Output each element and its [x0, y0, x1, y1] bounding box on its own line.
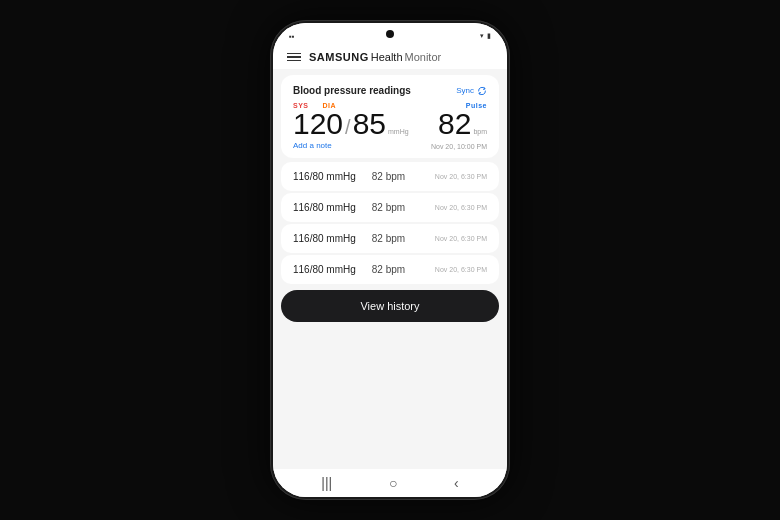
hist-time-2: Nov 20, 6:30 PM	[435, 235, 487, 242]
hist-pulse-0: 82 bpm	[372, 171, 405, 182]
brand-health: Health	[371, 51, 403, 63]
sync-button[interactable]: Sync	[456, 86, 487, 96]
hist-pulse-3: 82 bpm	[372, 264, 405, 275]
hist-time-0: Nov 20, 6:30 PM	[435, 173, 487, 180]
main-content: Blood pressure readings Sync	[273, 69, 507, 469]
history-left-1: 116/80 mmHg 82 bpm	[293, 202, 405, 213]
battery-icon: ▮	[487, 32, 491, 40]
camera-notch	[386, 30, 394, 38]
pulse-row: 82 bpm	[438, 109, 487, 139]
hist-bp-1: 116/80 mmHg	[293, 202, 356, 213]
history-item: 116/80 mmHg 82 bpm Nov 20, 6:30 PM	[281, 255, 499, 284]
nav-home-icon[interactable]: ○	[389, 475, 397, 491]
readings-header: Blood pressure readings Sync	[293, 85, 487, 96]
note-row: Add a note Nov 20, 10:00 PM	[293, 141, 487, 150]
history-item: 116/80 mmHg 82 bpm Nov 20, 6:30 PM	[281, 224, 499, 253]
sync-label: Sync	[456, 86, 474, 95]
nav-bar: ||| ○ ‹	[273, 469, 507, 497]
readings-card: Blood pressure readings Sync	[281, 75, 499, 158]
hamburger-menu[interactable]	[287, 53, 301, 62]
bp-slash: /	[345, 116, 351, 139]
sync-icon	[477, 86, 487, 96]
view-history-button[interactable]: View history	[281, 290, 499, 322]
hist-bp-3: 116/80 mmHg	[293, 264, 356, 275]
history-item: 116/80 mmHg 82 bpm Nov 20, 6:30 PM	[281, 193, 499, 222]
main-timestamp: Nov 20, 10:00 PM	[431, 143, 487, 150]
hist-bp-2: 116/80 mmHg	[293, 233, 356, 244]
phone-frame: ▪▪ ▾ ▮ SAMSUNG Health Monitor Blood pres…	[270, 20, 510, 500]
readings-title: Blood pressure readings	[293, 85, 411, 96]
bp-unit: mmHg	[388, 128, 409, 135]
hist-time-1: Nov 20, 6:30 PM	[435, 204, 487, 211]
bp-diastolic: 85	[353, 109, 386, 139]
wifi-icon: ▾	[480, 32, 484, 40]
bp-systolic: 120	[293, 109, 343, 139]
app-header: SAMSUNG Health Monitor	[273, 45, 507, 69]
hist-pulse-2: 82 bpm	[372, 233, 405, 244]
nav-recent-icon[interactable]: |||	[321, 475, 332, 491]
hist-time-3: Nov 20, 6:30 PM	[435, 266, 487, 273]
pulse-value: 82	[438, 109, 471, 139]
brand-samsung: SAMSUNG	[309, 51, 369, 63]
history-item: 116/80 mmHg 82 bpm Nov 20, 6:30 PM	[281, 162, 499, 191]
nav-back-icon[interactable]: ‹	[454, 475, 459, 491]
app-title: SAMSUNG Health Monitor	[309, 51, 441, 63]
history-left-2: 116/80 mmHg 82 bpm	[293, 233, 405, 244]
brand-monitor: Monitor	[405, 51, 442, 63]
history-left-0: 116/80 mmHg 82 bpm	[293, 171, 405, 182]
pulse-unit: bpm	[473, 128, 487, 135]
phone-screen: ▪▪ ▾ ▮ SAMSUNG Health Monitor Blood pres…	[273, 23, 507, 497]
history-list: 116/80 mmHg 82 bpm Nov 20, 6:30 PM 116/8…	[281, 162, 499, 284]
add-note-button[interactable]: Add a note	[293, 141, 332, 150]
hist-bp-0: 116/80 mmHg	[293, 171, 356, 182]
history-left-3: 116/80 mmHg 82 bpm	[293, 264, 405, 275]
signal-icon: ▪▪	[289, 32, 295, 41]
pulse-section: Pulse 82 bpm	[438, 102, 487, 139]
hist-pulse-1: 82 bpm	[372, 202, 405, 213]
bp-numbers: 120 / 85 mmHg	[293, 109, 409, 139]
status-right: ▾ ▮	[480, 32, 491, 40]
